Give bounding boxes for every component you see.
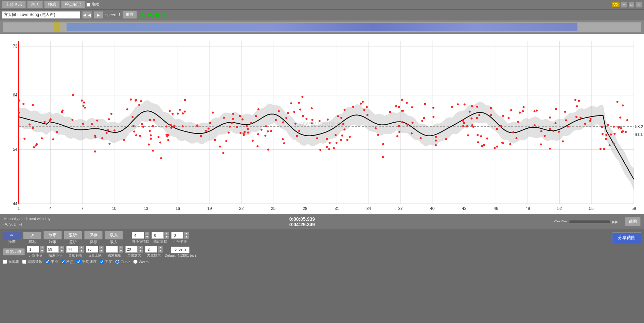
end-bar-down[interactable]: ▼: [59, 249, 64, 253]
controls-row3: 无地带 踏陈音乐 平滑 检点 平均速度 力变 Curve Worm: [3, 259, 641, 264]
smooth-checkbox[interactable]: [45, 259, 50, 264]
smooth-label[interactable]: 平滑: [45, 259, 58, 264]
avg-speed-checkbox[interactable]: [76, 259, 81, 264]
dynamics-checkbox[interactable]: [100, 259, 104, 264]
worm-radio[interactable]: [133, 259, 138, 264]
vol-min-up[interactable]: ▲: [79, 246, 84, 249]
mark-btn[interactable]: 检点标记: [61, 1, 85, 8]
end-bar-up[interactable]: ▲: [59, 246, 64, 249]
shape-btn[interactable]: 说形: [27, 1, 43, 8]
window-close-btn[interactable]: ✕: [636, 2, 642, 8]
share-screenshot-btn[interactable]: 分享截图: [612, 232, 641, 243]
window-size-group: ▲ ▼ 力度数大: [145, 246, 163, 258]
screenshot-btn[interactable]: 截图: [625, 217, 641, 226]
chart-area[interactable]: www.vmix.cn 58.2: [0, 34, 644, 214]
vol-max-group: ▲ ▼ 音量上限: [86, 246, 104, 258]
load-btn[interactable]: 载入: [105, 231, 123, 239]
worm-radio-label[interactable]: Worm: [133, 259, 148, 264]
song-title-input[interactable]: [2, 11, 80, 19]
window-size-input[interactable]: [145, 246, 157, 253]
vol-min-label: 音量下限: [68, 253, 82, 258]
vol-max-down[interactable]: ▼: [99, 249, 104, 253]
start-bar-down[interactable]: ▼: [40, 249, 44, 253]
cut-group: 制审 制审: [43, 231, 62, 245]
copy-btn[interactable]: ↗: [23, 232, 41, 239]
curve-radio-label[interactable]: Curve: [115, 259, 130, 264]
start-beat-down-btn[interactable]: ▼: [164, 235, 169, 239]
curve-radio[interactable]: [115, 259, 120, 264]
checkpoints-label[interactable]: 检点: [61, 259, 74, 264]
beats-per-bar-group: ▲ ▼ 每小节拍数: [132, 232, 149, 244]
dyn-scale-down[interactable]: ▼: [138, 249, 143, 253]
vol-min-input[interactable]: [66, 246, 78, 253]
end-bar-group: ▲ ▼ 结束小节: [47, 246, 64, 258]
speed-value: 1: [119, 13, 121, 17]
waveform-bar[interactable]: [0, 20, 644, 34]
vol-max-input[interactable]: [86, 246, 98, 253]
win-size-up[interactable]: ▲: [158, 246, 163, 249]
beats-per-bar-label: 每小节拍数: [132, 239, 149, 244]
listen-btn[interactable]: 监听: [64, 231, 82, 239]
start-bar-up[interactable]: ▲: [40, 246, 44, 249]
feel-btn[interactable]: 师感: [44, 1, 60, 8]
window-minimize-btn[interactable]: ─: [621, 2, 627, 8]
start-bar-label: 开始小节: [29, 253, 42, 258]
listen-label: 监听: [64, 239, 82, 245]
total-time: 0:04:29.349: [57, 222, 547, 227]
metronome-slider[interactable]: [569, 220, 610, 223]
start-beat-up-btn[interactable]: ▲: [164, 232, 169, 235]
beats-per-bar-input[interactable]: [132, 232, 144, 239]
density-label: 踏紧粗细: [108, 253, 121, 258]
window-maximize-btn[interactable]: □: [628, 2, 634, 8]
reset-btn[interactable]: 重置: [123, 11, 137, 19]
second-toolbar: ◄◄ ► speed 1 重置 Uploading: [0, 10, 644, 20]
checkpoints-checkbox[interactable]: [61, 259, 65, 264]
start-bar-input[interactable]: [27, 246, 39, 253]
copy-label: 移标: [23, 239, 41, 244]
density-group: ▲ ▼ 踏紧粗细: [106, 246, 123, 258]
beats-up-btn[interactable]: ▲: [145, 232, 149, 235]
horizontal-shift-group: ▲ ▼ 小平平移: [171, 232, 189, 244]
play-btn[interactable]: ►: [94, 11, 103, 19]
pedal-music-checkbox[interactable]: [22, 259, 26, 264]
waveform-track[interactable]: [3, 22, 641, 32]
beats-down-btn[interactable]: ▼: [145, 235, 149, 239]
current-time: 0:00:05.939: [57, 216, 547, 222]
h-shift-down-btn[interactable]: ▼: [184, 235, 189, 239]
start-beat-input[interactable]: [151, 232, 164, 239]
no-zone-label[interactable]: 无地带: [3, 259, 19, 264]
end-bar-input[interactable]: [47, 246, 59, 253]
cut-btn[interactable]: 制审: [43, 231, 62, 239]
prev-btn[interactable]: ◄◄: [82, 11, 92, 19]
win-size-label: 力度数大: [147, 253, 161, 258]
upload-music-btn[interactable]: 上传音乐: [2, 1, 26, 8]
dynamics-scale-input[interactable]: [125, 246, 138, 253]
reference-line-label: 58.2: [636, 132, 643, 137]
h-shift-up-btn[interactable]: ▲: [184, 232, 189, 235]
pageflit-label[interactable]: 翻页: [86, 2, 100, 7]
no-zone-checkbox[interactable]: [3, 259, 7, 264]
dynamics-label[interactable]: 力变: [100, 259, 112, 264]
vol-max-up[interactable]: ▲: [99, 246, 104, 249]
metronome-arrow: ▶▶: [612, 219, 618, 224]
key-hint: Manually mark beat with key (A, S, D, F): [3, 216, 51, 227]
main-chart-canvas: [0, 34, 644, 214]
ratio-input[interactable]: [171, 247, 190, 253]
edit-btn[interactable]: ✏: [3, 232, 21, 239]
dyn-scale-up[interactable]: ▲: [138, 246, 143, 249]
horizontal-shift-input[interactable]: [171, 232, 183, 239]
density-up[interactable]: ▲: [119, 246, 123, 249]
load-group: 载入 载入: [105, 231, 123, 245]
end-bar-label: 结束小节: [49, 253, 62, 258]
speed-dynamics-btn[interactable]: 速度/力度: [3, 248, 25, 255]
density-input[interactable]: [106, 246, 118, 253]
pageflip-checkbox[interactable]: [86, 2, 91, 7]
start-bar-group: ▲ ▼ 开始小节: [27, 246, 44, 258]
pedal-music-label[interactable]: 踏陈音乐: [22, 259, 42, 264]
win-size-down[interactable]: ▼: [158, 249, 163, 253]
vol-min-down[interactable]: ▼: [79, 249, 84, 253]
density-down[interactable]: ▼: [119, 249, 123, 253]
save-btn[interactable]: 保存: [84, 231, 103, 239]
avg-speed-label[interactable]: 平均速度: [76, 259, 97, 264]
waveform-cursor: [54, 22, 60, 32]
